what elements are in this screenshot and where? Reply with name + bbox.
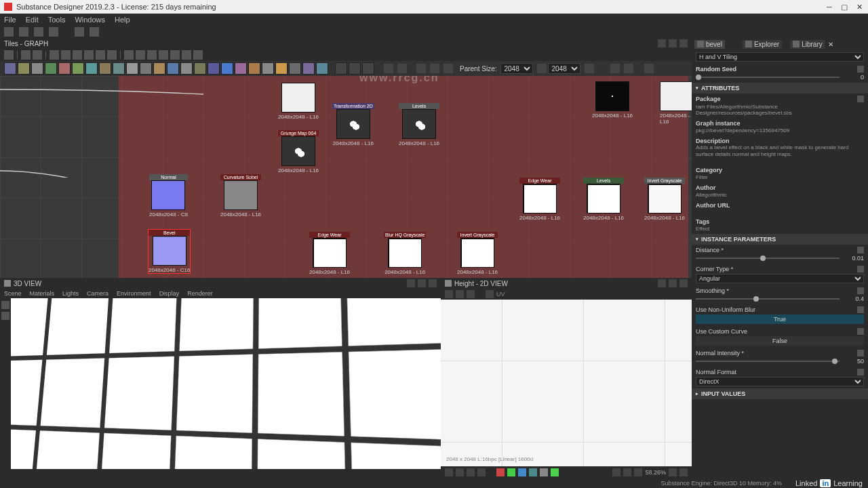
node-btn-19[interactable] [248, 62, 260, 75]
align-center-icon[interactable] [73, 50, 82, 60]
parent-size-select[interactable]: 2048 [500, 63, 533, 74]
graph-node[interactable]: Edge Wear2048x2048 - L16 [309, 232, 350, 275]
flow-icon[interactable] [610, 64, 620, 73]
channel-g-icon[interactable] [456, 468, 464, 476]
swatch-lime-icon[interactable] [551, 468, 559, 476]
node-btn-12[interactable] [153, 62, 165, 75]
graph-node[interactable]: 2048x2048 - L16 [660, 81, 692, 125]
node-btn-21[interactable] [275, 62, 288, 75]
distribute-icon[interactable] [96, 50, 105, 60]
graph-node[interactable]: Transformation 2D2048x2048 - L16 [332, 103, 374, 146]
fit-icon[interactable] [669, 468, 677, 476]
graph-node[interactable]: Levels2048x2048 - L16 [583, 178, 624, 221]
new-icon[interactable] [4, 27, 14, 37]
input-values-section[interactable]: INPUT VALUES [692, 388, 868, 399]
view-icon[interactable] [416, 64, 426, 73]
menu-lights[interactable]: Lights [62, 290, 79, 297]
timing-icon[interactable] [147, 50, 157, 60]
instance-params-section[interactable]: INSTANCE PARAMETERS [692, 234, 868, 245]
unlink-icon[interactable] [136, 50, 145, 60]
node-btn-5[interactable] [58, 62, 71, 75]
copy-icon[interactable] [467, 290, 475, 298]
reset-icon[interactable] [857, 287, 864, 294]
pin-icon[interactable] [407, 279, 415, 287]
parent-size-select-2[interactable]: 2048 [548, 63, 580, 74]
save-icon[interactable] [49, 27, 58, 37]
refresh-icon[interactable] [585, 64, 594, 73]
menu-environment[interactable]: Environment [117, 290, 151, 297]
maximize-panel-icon[interactable] [669, 279, 677, 287]
reset-icon[interactable] [857, 266, 864, 272]
channel-r-icon[interactable] [445, 468, 453, 476]
node-btn-8[interactable] [99, 62, 111, 75]
node-btn-27[interactable] [362, 62, 374, 75]
settings-icon[interactable] [644, 64, 654, 73]
graph-node[interactable]: Levels2048x2048 - L16 [399, 103, 439, 146]
node-btn-18[interactable] [235, 62, 247, 75]
folder-icon[interactable] [857, 96, 864, 102]
menu-edit[interactable]: Edit [26, 16, 39, 24]
node-btn-6[interactable] [72, 62, 84, 75]
settings-icon[interactable] [679, 468, 688, 476]
cursor-icon[interactable] [4, 50, 14, 60]
menu-file[interactable]: File [4, 16, 16, 24]
menu-renderer[interactable]: Renderer [187, 290, 213, 297]
light-icon[interactable] [1, 312, 9, 320]
node-btn-16[interactable] [208, 62, 220, 75]
center-icon[interactable] [430, 64, 439, 73]
camera-mode-icon[interactable] [1, 301, 9, 309]
distance-slider[interactable]: 0.01 [696, 255, 864, 262]
pin-icon[interactable] [658, 279, 666, 287]
highlight-icon[interactable] [159, 50, 168, 60]
align-left-icon[interactable] [61, 50, 71, 60]
menu-windows[interactable]: Windows [75, 16, 105, 24]
histogram-icon[interactable] [612, 468, 620, 476]
align-right-icon[interactable] [84, 50, 94, 60]
swatch-teal-icon[interactable] [529, 468, 537, 476]
gamma-icon[interactable] [623, 468, 631, 476]
node-btn-7[interactable] [85, 62, 98, 75]
reset-icon[interactable] [857, 66, 864, 73]
normal-intensity-slider[interactable]: 50 [696, 358, 864, 365]
menu-tools[interactable]: Tools [48, 16, 66, 24]
graph-node[interactable]: Invert Grayscale2048x2048 - L16 [644, 178, 685, 221]
node-btn-17[interactable] [221, 62, 233, 75]
graph-node[interactable]: Normal2048x2048 - C8 [149, 174, 188, 218]
tile-icon[interactable] [634, 468, 642, 476]
open-icon[interactable] [34, 27, 43, 37]
redo-icon[interactable] [90, 27, 99, 37]
node-btn-26[interactable] [349, 62, 361, 75]
2d-viewport[interactable]: 2048 x 2048 L:16bpc [Linear] 1600d [441, 300, 692, 479]
swatch-blue-icon[interactable] [518, 468, 526, 476]
node-btn-22[interactable] [289, 62, 301, 75]
graph-node[interactable]: 2048x2048 - L16 [592, 81, 633, 119]
smoothing-slider[interactable]: 0.4 [696, 296, 864, 302]
reset-icon[interactable] [857, 369, 864, 375]
custom-curve-toggle[interactable]: False [696, 336, 864, 346]
fx-icon[interactable] [193, 50, 203, 60]
graph-canvas[interactable]: 2048x2048 - L16 Grunge Map 0042048x2048 … [0, 76, 692, 278]
link-icon[interactable] [124, 50, 134, 60]
info-icon[interactable] [624, 64, 633, 73]
node-btn-13[interactable] [167, 62, 179, 75]
close-panel-icon[interactable] [679, 279, 688, 287]
home-icon[interactable] [19, 27, 28, 37]
normal-format-select[interactable]: DirectX [696, 377, 864, 386]
reset-icon[interactable] [857, 328, 864, 335]
tab-library[interactable]: Library [790, 40, 825, 49]
link-size-icon[interactable] [537, 64, 547, 73]
maximize-panel-icon[interactable] [669, 39, 677, 47]
node-btn-3[interactable] [31, 62, 43, 75]
close-panel-icon[interactable] [429, 279, 437, 287]
menu-display[interactable]: Display [159, 290, 180, 297]
expand-icon[interactable] [384, 64, 393, 73]
node-btn-9[interactable] [113, 62, 125, 75]
node-btn-4[interactable] [45, 62, 57, 75]
screenshot-icon[interactable] [33, 50, 42, 60]
camera-icon[interactable] [21, 50, 31, 60]
graph-node[interactable]: Blur HQ Grayscale2048x2048 - L16 [384, 232, 426, 275]
reset-icon[interactable] [857, 247, 864, 253]
channel-b-icon[interactable] [467, 468, 475, 476]
node-btn-25[interactable] [335, 62, 347, 75]
node-btn-1[interactable] [4, 62, 16, 75]
